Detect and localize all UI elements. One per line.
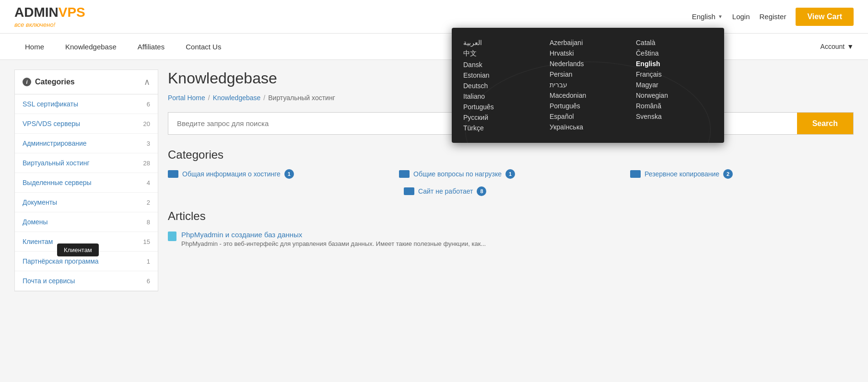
breadcrumb-portal-home[interactable]: Portal Home (168, 94, 205, 102)
category-link[interactable]: Общие вопросы по нагрузке (413, 170, 502, 178)
sidebar-item-wrapper: VPS/VDS серверы 20 (15, 114, 158, 134)
language-option[interactable]: Estonian (463, 70, 540, 81)
sidebar-item-wrapper: Выделенные серверы 4 (15, 173, 158, 193)
article-title[interactable]: PhpMyadmin и создание баз данных (181, 231, 302, 239)
header-right: English ▼ Login Register View Cart (692, 8, 854, 26)
categories-title: Categories (168, 148, 854, 162)
category-link[interactable]: Сайт не работает (418, 187, 473, 195)
sidebar-item[interactable]: Почта и сервисы 6 (15, 271, 158, 291)
language-option[interactable]: Azerbaijani (550, 37, 626, 48)
logo: ADMINVPS все включено! (14, 5, 85, 28)
articles-title: Articles (168, 209, 854, 223)
category-item[interactable]: Общие вопросы по нагрузке 1 (399, 169, 622, 179)
sidebar-item-wrapper: Документы 2 (15, 193, 158, 212)
category-item[interactable]: Резервное копирование 2 (630, 169, 854, 179)
sidebar-item[interactable]: SSL сертификаты 6 (15, 94, 158, 114)
category-link[interactable]: Резервное копирование (645, 170, 719, 178)
breadcrumb-sep-1: / (208, 94, 210, 102)
sidebar-item-count: 8 (147, 219, 150, 226)
language-option[interactable]: 中文 (463, 48, 540, 59)
sidebar-item[interactable]: Администрирование 3 (15, 134, 158, 153)
nav-affiliates[interactable]: Affiliates (127, 35, 175, 58)
nav-right: Account ▼ (821, 43, 854, 50)
header: ADMINVPS все включено! English ▼ Login R… (0, 0, 868, 34)
sidebar-item-count: 15 (143, 238, 150, 245)
language-option[interactable]: Português (463, 102, 540, 112)
sidebar-item[interactable]: Выделенные серверы 4 (15, 173, 158, 193)
article-description: PhpMyadmin - это веб-интерфейс для управ… (181, 240, 486, 247)
category-cell-sub: Сайт не работает 8 (399, 186, 622, 196)
sidebar-item-wrapper: Администрирование 3 (15, 134, 158, 153)
nav-home[interactable]: Home (14, 35, 55, 58)
account-label: Account (821, 43, 845, 50)
navigation: Home Knowledgebase Affiliates Contact Us… (0, 34, 868, 60)
language-option[interactable]: Čeština (636, 48, 713, 58)
logo-subtitle: все включено! (14, 21, 85, 28)
sidebar-item-wrapper: Почта и сервисы 6 (15, 271, 158, 291)
sidebar: i Categories ∧ SSL сертификаты 6 VPS/VDS… (14, 69, 158, 291)
sidebar-item-count: 6 (147, 278, 150, 285)
sidebar-item-name: Выделенные серверы (23, 179, 92, 186)
login-button[interactable]: Login (732, 12, 750, 21)
sidebar-item-count: 28 (143, 160, 150, 167)
nav-knowledgebase[interactable]: Knowledgebase (55, 35, 127, 58)
language-option[interactable]: Português (550, 101, 626, 111)
language-option[interactable]: Türkçe (463, 123, 540, 133)
language-option[interactable]: العربية (463, 37, 540, 48)
sidebar-list: SSL сертификаты 6 VPS/VDS серверы 20 Адм… (14, 94, 158, 291)
view-cart-button[interactable]: View Cart (796, 8, 854, 26)
language-option[interactable]: Svenska (636, 111, 713, 122)
language-option[interactable]: Hrvatski (550, 48, 626, 58)
sidebar-item-name: Партнёрская программа (23, 257, 99, 265)
category-link[interactable]: Общая информация о хостинге (182, 170, 281, 178)
sidebar-item[interactable]: Домены 8 (15, 212, 158, 232)
language-column-3: CatalàČeštinaEnglishFrançaisMagyarNorweg… (636, 37, 713, 133)
logo-text: ADMINVPS (14, 5, 85, 20)
article-icon (168, 232, 176, 241)
folder-icon (168, 170, 178, 178)
sidebar-item-wrapper: SSL сертификаты 6 (15, 94, 158, 114)
sidebar-item-name: SSL сертификаты (23, 100, 78, 108)
sidebar-item-wrapper: Домены 8 (15, 212, 158, 232)
sidebar-item[interactable]: Виртуальный хостинг 28 (15, 153, 158, 173)
account-button[interactable]: Account ▼ (821, 43, 854, 50)
sidebar-item[interactable]: VPS/VDS серверы 20 (15, 114, 158, 134)
sidebar-item-count: 4 (147, 179, 150, 186)
language-option[interactable]: Nederlands (550, 58, 626, 69)
article-content: PhpMyadmin и создание баз данных PhpMyad… (181, 231, 486, 247)
language-option[interactable]: Macedonian (550, 90, 626, 101)
language-option[interactable]: Українська (550, 122, 626, 132)
language-option[interactable]: Русский (463, 112, 540, 123)
category-badge: 8 (477, 186, 486, 196)
register-button[interactable]: Register (760, 12, 786, 21)
language-option[interactable]: Magyar (636, 80, 713, 90)
sidebar-collapse-button[interactable]: ∧ (144, 77, 150, 87)
language-option[interactable]: Français (636, 69, 713, 80)
language-button[interactable]: English ▼ (692, 12, 723, 21)
sidebar-item-name: Администрирование (23, 139, 87, 147)
language-option[interactable]: Persian (550, 69, 626, 80)
empty-cell (168, 186, 391, 196)
language-option[interactable]: Català (636, 37, 713, 48)
sidebar-item-name: Домены (23, 218, 48, 226)
sidebar-item-count: 3 (147, 140, 150, 147)
category-item[interactable]: Сайт не работает 8 (399, 186, 622, 196)
category-item[interactable]: Общая информация о хостинге 1 (168, 169, 391, 179)
language-option[interactable]: Español (550, 111, 626, 122)
folder-icon (404, 187, 414, 195)
sidebar-item[interactable]: Документы 2 (15, 193, 158, 212)
sidebar-item-count: 1 (147, 258, 150, 265)
language-option[interactable]: Română (636, 101, 713, 111)
language-option[interactable]: Deutsch (463, 81, 540, 91)
sidebar-title: i Categories (23, 78, 75, 86)
category-cell: Общая информация о хостинге 1 (168, 169, 391, 179)
breadcrumb-knowledgebase[interactable]: Knowledgebase (213, 94, 261, 102)
language-option[interactable]: עברית (550, 80, 626, 90)
language-option[interactable]: Italiano (463, 91, 540, 102)
language-option[interactable]: Dansk (463, 59, 540, 70)
language-option[interactable]: English (636, 58, 713, 69)
nav-contact-us[interactable]: Contact Us (175, 35, 232, 58)
language-option[interactable]: Norwegian (636, 90, 713, 101)
category-badge: 1 (284, 169, 294, 179)
search-button[interactable]: Search (797, 113, 853, 134)
